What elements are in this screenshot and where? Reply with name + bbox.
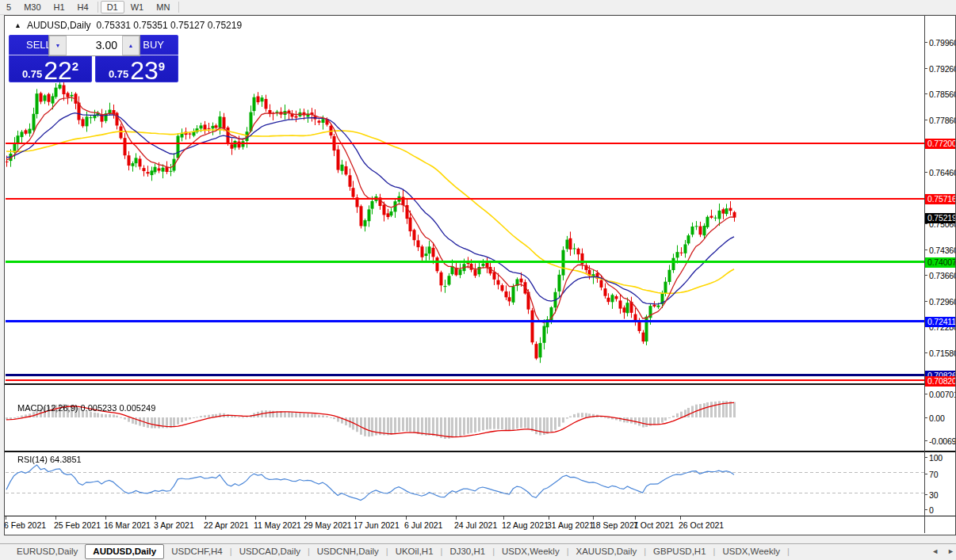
sell-price-sup: 2 xyxy=(72,59,78,73)
rsi-indicator-label: RSI(14) 64.3851 xyxy=(17,455,82,464)
price-axis-tick-label: 0.73660 xyxy=(929,271,955,280)
buy-label: BUY xyxy=(143,39,164,51)
sell-price: 0.75 22 2 xyxy=(9,55,92,84)
price-axis-tick-label: 0.79960 xyxy=(929,38,955,48)
timeframe-button-h4[interactable]: H4 xyxy=(71,1,95,13)
time-axis-tick-label: 31 Aug 2021 xyxy=(547,520,594,530)
level-line[interactable] xyxy=(6,320,924,322)
rsi-axis-tick: 100 xyxy=(924,452,943,463)
price-level-badge: 0.74007 xyxy=(925,257,955,268)
tick-mark xyxy=(924,275,927,276)
timeframe-button-m30[interactable]: M30 xyxy=(17,1,47,13)
tab-scroll-arrows: ◄ ► xyxy=(931,544,954,558)
tick-mark xyxy=(924,120,927,120)
level-line[interactable] xyxy=(6,143,924,144)
time-axis-tick-label: 22 Apr 2021 xyxy=(204,520,249,530)
chart-content: 0.799600.792600.785600.778600.764600.750… xyxy=(5,16,955,533)
sell-price-big: 22 xyxy=(44,59,72,82)
rsi-axis-tick-label: 30 xyxy=(929,490,938,500)
time-axis-tick-label: 18 Sep 2021 xyxy=(591,520,639,530)
buy-price: 0.75 23 9 xyxy=(95,55,178,84)
timeframe-button-w1[interactable]: W1 xyxy=(124,1,151,13)
time-axis-tick-label: 6 Feb 2021 xyxy=(5,520,46,530)
price-axis-tick: 0.77860 xyxy=(924,115,955,125)
level-line[interactable] xyxy=(6,374,924,376)
tab-dj30-h1[interactable]: DJ30,H1 xyxy=(442,545,492,558)
buy-price-big: 23 xyxy=(130,59,159,82)
time-axis-tick-label: 26 Oct 2021 xyxy=(679,520,724,530)
macd-pane-canvas[interactable] xyxy=(6,385,924,451)
time-axis-tick xyxy=(55,516,56,520)
tick-mark xyxy=(924,93,927,94)
timeframe-toolbar: 5M30H1H4D1W1MN xyxy=(0,0,956,15)
price-level-badge: 0.77200 xyxy=(925,139,955,149)
lot-size-input[interactable]: 3.00 xyxy=(67,36,122,55)
rsi-pane-canvas[interactable] xyxy=(6,452,924,516)
rsi-axis-tick-label: 100 xyxy=(929,453,943,463)
pane-separator[interactable] xyxy=(5,451,955,452)
timeframe-button-h1[interactable]: H1 xyxy=(48,1,71,13)
price-axis-tick-label: 0.77860 xyxy=(929,116,955,125)
time-axis-tick-label: 25 Feb 2021 xyxy=(54,520,101,530)
time-axis-tick-label: 16 Mar 2021 xyxy=(104,520,151,530)
price-axis-tick: 0.76460 xyxy=(924,167,955,177)
tab-usdx-weekly[interactable]: USDX,Weekly xyxy=(495,545,567,558)
price-level-badge: 0.75716 xyxy=(925,194,955,204)
price-axis-tick: 0.74360 xyxy=(924,245,955,255)
tick-mark xyxy=(924,68,927,69)
lot-increase-button[interactable]: ▲ xyxy=(122,36,140,55)
timeframe-button-d1[interactable]: D1 xyxy=(101,1,124,13)
price-axis-tick-label: 0.72960 xyxy=(929,297,955,307)
tabs-holder: EURUSD,DailyAUDUSD,DailyUSDCHF,H4|USDCAD… xyxy=(10,544,790,559)
tab-eurusd-daily[interactable]: EURUSD,Daily xyxy=(10,545,85,558)
tick-mark xyxy=(924,223,927,224)
level-line[interactable] xyxy=(6,261,924,263)
timeframe-button-5[interactable]: 5 xyxy=(0,1,17,13)
ohlc-values: 0.75331 0.75351 0.75127 0.75219 xyxy=(97,20,243,31)
scroll-right-icon[interactable]: ► xyxy=(947,547,954,555)
macd-axis-tick: 0.007015 xyxy=(924,389,955,399)
tab-gbpusd-h1[interactable]: GBPUSD,H1 xyxy=(646,545,713,558)
time-axis-tick-label: 3 Apr 2021 xyxy=(154,520,194,530)
pane-separator[interactable] xyxy=(5,383,955,385)
price-axis-tick-label: 0.74360 xyxy=(929,246,955,255)
tab-xauusd-daily[interactable]: XAUUSD,Daily xyxy=(569,545,644,558)
price-axis-tick: 0.78560 xyxy=(924,89,955,99)
level-line[interactable] xyxy=(6,198,924,200)
tab-usdcnh-daily[interactable]: USDCNH,Daily xyxy=(310,545,386,558)
time-axis-tick-label: 12 Aug 2021 xyxy=(502,520,549,530)
timeframe-button-mn[interactable]: MN xyxy=(150,1,176,13)
time-axis-tick xyxy=(6,516,6,520)
macd-indicator-label: MACD(12,26,9) 0.005233 0.005249 xyxy=(17,403,155,413)
tab-usdx-weekly[interactable]: USDX,Weekly xyxy=(715,545,787,558)
time-axis-tick xyxy=(255,516,256,520)
level-line[interactable] xyxy=(6,379,924,381)
buy-price-small: 0.75 xyxy=(109,68,128,80)
time-axis-tick xyxy=(355,516,356,520)
price-level-badge: 0.75219 xyxy=(925,213,955,223)
symbol-name: AUDUSD,Daily xyxy=(27,20,91,31)
tick-mark xyxy=(924,42,927,43)
time-axis-tick-label: 17 Jun 2021 xyxy=(354,520,400,530)
tab-usdcad-daily[interactable]: USDCAD,Daily xyxy=(232,545,308,558)
time-axis-tick-label: 7 Oct 2021 xyxy=(633,520,674,530)
time-axis-tick-label: 11 May 2021 xyxy=(254,520,301,530)
price-axis-tick-label: 0.78560 xyxy=(929,90,955,99)
time-axis-tick xyxy=(503,516,504,520)
tab-usdchf-h4[interactable]: USDCHF,H4 xyxy=(164,545,230,558)
price-axis-tick: 0.79260 xyxy=(924,63,955,74)
scroll-left-icon[interactable]: ◄ xyxy=(931,547,939,555)
tab-audusd-daily[interactable]: AUDUSD,Daily xyxy=(85,544,164,559)
collapse-arrow-icon[interactable]: ▲ xyxy=(14,21,21,29)
price-axis-tick: 0.71580 xyxy=(924,348,955,358)
tick-mark xyxy=(924,250,927,250)
tick-mark xyxy=(924,417,927,418)
buy-price-sup: 9 xyxy=(159,59,165,73)
rsi-axis-tick: 0 xyxy=(924,505,934,515)
tick-mark xyxy=(924,352,927,353)
pane-separator[interactable] xyxy=(5,516,955,516)
lot-decrease-button[interactable]: ▼ xyxy=(49,36,67,55)
tab-ukoil-h1[interactable]: UKOil,H1 xyxy=(388,545,441,558)
chart-tab-bar: EURUSD,DailyAUDUSD,DailyUSDCHF,H4|USDCAD… xyxy=(0,543,956,558)
tick-mark xyxy=(924,394,927,394)
